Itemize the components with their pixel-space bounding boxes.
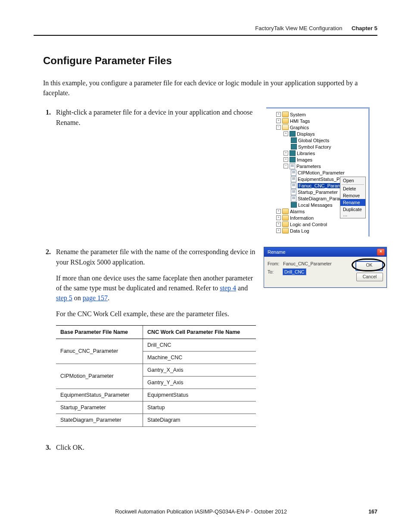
- step-2-p2: If more than one device uses the same fa…: [56, 273, 256, 303]
- publication-date: October 2012: [254, 509, 287, 515]
- local-msgs-icon: [291, 202, 297, 208]
- collapse-icon[interactable]: −: [283, 164, 288, 168]
- tree-item-logic[interactable]: Logic and Control: [290, 222, 327, 227]
- close-icon[interactable]: ×: [377, 249, 385, 255]
- expand-icon[interactable]: +: [276, 222, 281, 227]
- step-3-text: Click OK.: [56, 442, 377, 452]
- publication-id: Rockwell Automation Publication IASIMP-Q…: [115, 509, 254, 515]
- table-row: Fanuc_CNC_Parameter Drill_CNC: [56, 339, 256, 351]
- symbol-icon: [291, 144, 297, 149]
- step-number: 3.: [43, 442, 51, 452]
- rename-dialog: Rename × From: Fanuc_CNC_Parameter To:: [264, 247, 387, 288]
- collapse-icon[interactable]: −: [276, 125, 281, 130]
- from-value: Fanuc_CNC_Parameter: [283, 261, 351, 266]
- step-1-text: Right-click a parameter file for a devic…: [56, 107, 258, 127]
- tree-item-alarms[interactable]: Alarms: [290, 209, 305, 214]
- table-row: StateDiagram_Parameter StateDiagram: [56, 414, 256, 426]
- table-header-base: Base Parameter File Name: [56, 325, 143, 339]
- to-input[interactable]: Drill_CNC: [283, 269, 306, 275]
- tree-item-graphics[interactable]: Graphics: [290, 125, 309, 130]
- tree-item-displays[interactable]: Displays: [297, 131, 315, 137]
- tree-item-local-msgs[interactable]: Local Messages: [298, 202, 333, 208]
- menu-duplicate[interactable]: Duplicate …: [340, 206, 365, 218]
- chapter-label: Chapter 5: [352, 25, 377, 31]
- param-file-icon: [291, 183, 296, 189]
- table-row: CIPMotion_Parameter Gantry_X_Axis: [56, 364, 256, 376]
- expand-icon[interactable]: +: [283, 131, 288, 136]
- table-row: Startup_Parameter Startup: [56, 401, 256, 414]
- folder-icon: [282, 208, 289, 214]
- tree-item-hmi[interactable]: HMI Tags: [290, 118, 310, 124]
- table-header-cnc: CNC Work Cell Parameter File Name: [143, 325, 256, 339]
- display-group-icon: [290, 150, 296, 156]
- folder-open-icon: [282, 124, 289, 130]
- tree-item-libraries[interactable]: Libraries: [297, 151, 315, 156]
- step-number: 1.: [43, 107, 51, 127]
- dialog-title: Rename: [268, 249, 286, 255]
- context-menu: Open Delete Remove Rename Duplicate …: [340, 177, 366, 218]
- ok-button[interactable]: OK: [355, 261, 383, 271]
- from-label: From:: [268, 261, 280, 266]
- expand-icon[interactable]: +: [283, 157, 288, 162]
- expand-icon[interactable]: +: [276, 215, 281, 220]
- folder-icon: [282, 221, 289, 227]
- tree-item-datalog[interactable]: Data Log: [290, 228, 309, 233]
- tree-item-symbol-factory[interactable]: Symbol Factory: [298, 144, 331, 149]
- folder-icon: [282, 112, 289, 117]
- display-icon: [291, 137, 297, 143]
- tree-item-cip[interactable]: CIPMotion_Parameter: [298, 170, 345, 175]
- to-label: To:: [268, 269, 280, 274]
- param-group-icon: [290, 163, 295, 169]
- link-page-157[interactable]: page 157: [83, 294, 108, 302]
- tree-view-screenshot: +System +HMI Tags −Graphics +Displays Gl…: [266, 107, 370, 236]
- image-group-icon: [290, 157, 296, 162]
- table-row: EquipmentStatus_Parameter EquipmentStatu…: [56, 389, 256, 401]
- tree-item-information[interactable]: Information: [290, 215, 314, 221]
- menu-remove[interactable]: Remove: [340, 192, 365, 199]
- folder-icon: [282, 118, 289, 124]
- param-file-icon: [291, 176, 296, 182]
- expand-icon[interactable]: +: [276, 228, 281, 233]
- step-number: 2.: [43, 247, 51, 426]
- expand-icon[interactable]: +: [276, 209, 281, 214]
- param-file-icon: [291, 189, 296, 195]
- cancel-button[interactable]: Cancel: [356, 273, 383, 281]
- tree-item-parameters[interactable]: Parameters: [296, 164, 321, 169]
- expand-icon[interactable]: +: [283, 151, 288, 156]
- link-step-4[interactable]: step 4: [220, 284, 236, 292]
- link-step-5[interactable]: step 5: [56, 294, 72, 302]
- expand-icon[interactable]: +: [276, 112, 281, 117]
- param-file-icon: [291, 170, 296, 176]
- page-number: 167: [368, 509, 377, 515]
- param-file-icon: [291, 196, 296, 202]
- tree-item-global-objects[interactable]: Global Objects: [298, 138, 329, 143]
- menu-open[interactable]: Open: [340, 177, 365, 184]
- running-header: FactoryTalk View ME Configuration Chapte…: [34, 25, 377, 36]
- menu-delete[interactable]: Delete: [340, 185, 365, 192]
- intro-paragraph: In this example, you configure a paramet…: [43, 78, 377, 98]
- step-2-p1: Rename the parameter file with the name …: [56, 247, 256, 267]
- menu-separator: [342, 184, 364, 185]
- section-title: Configure Parameter Files: [43, 55, 377, 67]
- tree-item-startup[interactable]: Startup_Parameter: [298, 190, 338, 195]
- folder-icon: [282, 215, 289, 221]
- page-footer: Rockwell Automation Publication IASIMP-Q…: [34, 509, 377, 515]
- chapter-title: FactoryTalk View ME Configuration: [255, 25, 342, 31]
- tree-item-system[interactable]: System: [290, 112, 306, 117]
- display-group-icon: [290, 131, 296, 137]
- step-2-p3: For the CNC Work Cell example, these are…: [56, 309, 256, 319]
- tree-item-images[interactable]: Images: [297, 157, 312, 162]
- menu-rename[interactable]: Rename: [340, 199, 365, 206]
- expand-icon[interactable]: +: [276, 118, 281, 123]
- folder-icon: [282, 228, 289, 233]
- parameter-table: Base Parameter File Name CNC Work Cell P…: [56, 325, 256, 427]
